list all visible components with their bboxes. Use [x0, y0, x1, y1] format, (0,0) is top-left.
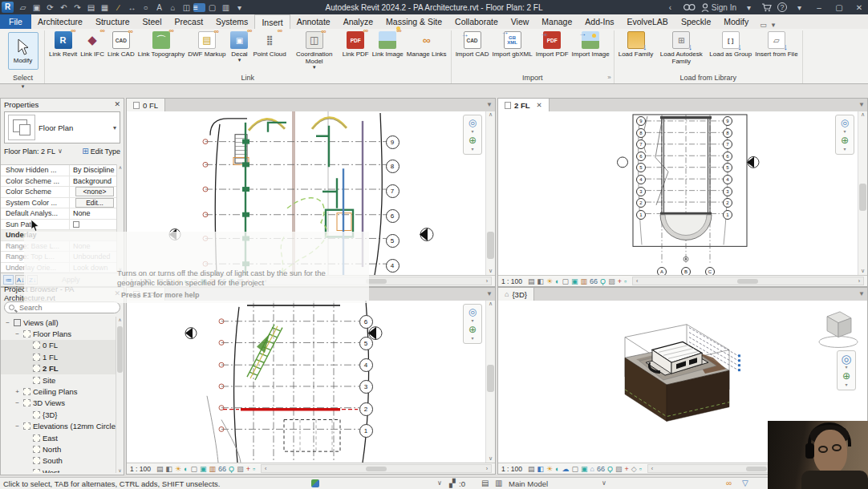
steering-wheel-icon[interactable]: ◎	[468, 307, 477, 317]
tree-item-1-fl[interactable]: 1 FL	[1, 351, 116, 362]
temporary-hide-isolate-icon[interactable]: 66	[597, 464, 605, 474]
search-icon[interactable]	[683, 3, 696, 11]
view-tab-3d[interactable]: ⌂{3D}	[498, 288, 534, 301]
grid-bubble[interactable]: 9	[636, 116, 646, 126]
zoom-icon[interactable]: ⊕	[468, 135, 477, 146]
tree-item-east[interactable]: East	[1, 432, 116, 443]
tab-overflow-icon[interactable]: ▼	[858, 290, 865, 297]
horizontal-scrollbar[interactable]: ‹›	[261, 277, 492, 285]
property-row-sun-path[interactable]: Sun Path	[1, 220, 116, 231]
visual-style-icon[interactable]: ◧	[166, 277, 173, 286]
open-icon[interactable]: ▱	[16, 3, 30, 12]
visual-style-icon[interactable]: ◧	[537, 277, 545, 286]
selection-box-icon[interactable]: ▫	[253, 464, 255, 474]
revit-logo-icon[interactable]: R	[2, 2, 14, 13]
reveal-hidden-elements-icon[interactable]: Ϙ	[229, 464, 234, 474]
editable-only-icon[interactable]: ∞	[726, 479, 732, 487]
grid-bubble[interactable]: 4	[723, 175, 732, 184]
vertical-scrollbar[interactable]: ∧∨	[485, 111, 495, 275]
dropdown-caret-icon[interactable]: ▾	[742, 3, 756, 12]
view-tab-1fl[interactable]: 1 FL	[127, 288, 165, 301]
view-scale[interactable]: 1 : 100	[130, 465, 151, 473]
tree-expander-icon[interactable]: +	[14, 388, 21, 395]
tab-overflow-icon[interactable]: ▼	[858, 101, 865, 108]
close-hidden-windows-icon[interactable]: ▢	[205, 3, 219, 12]
detail-level-icon[interactable]: ▤	[156, 464, 164, 474]
redo-icon[interactable]: ↷	[71, 3, 84, 12]
property-row-show-hidden[interactable]: Show Hidden ...By Discipline	[1, 165, 116, 176]
rendering-icon[interactable]: ☁	[562, 464, 570, 474]
scrollbar-thumb[interactable]	[746, 467, 767, 471]
tree-item-3d-views[interactable]: −3D Views	[1, 398, 116, 409]
shadows-icon[interactable]: ◐	[555, 464, 559, 474]
worksharing-display-icon[interactable]: ▧	[615, 464, 623, 474]
grid-bubble[interactable]: 6	[359, 315, 373, 329]
grid-bubble[interactable]: 4	[359, 358, 373, 372]
property-filter-icon[interactable]: ≔	[3, 275, 14, 285]
tree-expander-icon[interactable]: −	[14, 399, 21, 406]
default-3d-view-icon[interactable]: ⌂	[166, 3, 180, 12]
decal-button[interactable]: ▣Decal▾	[227, 31, 251, 63]
ribbon-tab-manage[interactable]: Manage	[535, 14, 578, 29]
aligned-dimension-icon[interactable]: ↔	[125, 3, 139, 12]
active-design-option[interactable]: Main Model	[509, 479, 548, 488]
sort-descending-icon[interactable]: Z↓	[27, 275, 38, 285]
ribbon-tab-add-ins[interactable]: Add-Ins	[578, 14, 620, 29]
property-value-button[interactable]: Edit...	[75, 198, 114, 208]
type-selector[interactable]: Floor Plan ▾	[4, 111, 120, 143]
temporary-hide-isolate-icon[interactable]: 66	[218, 277, 226, 286]
reveal-hidden-elements-icon[interactable]: Ϙ	[607, 464, 613, 474]
chevron-down-icon[interactable]: ∨	[58, 148, 63, 155]
cart-icon[interactable]	[761, 3, 772, 12]
shadows-icon[interactable]: ◐	[184, 277, 188, 286]
scroll-left-icon[interactable]: ‹	[262, 466, 270, 471]
navigation-bar[interactable]: ◎▾ ⊕▾	[837, 350, 856, 390]
property-row-color-scheme[interactable]: Color Scheme<none>	[1, 187, 116, 198]
reveal-constraints-icon[interactable]: +	[618, 277, 622, 286]
shadows-icon[interactable]: ◐	[555, 277, 559, 286]
grid-bubble[interactable]: 3	[636, 187, 646, 196]
manage-links-button[interactable]: ∞Manage Links	[405, 31, 448, 58]
print-icon[interactable]: ▤	[84, 3, 98, 12]
undo-icon[interactable]: ↶	[57, 3, 71, 12]
worksets-dialog-icon[interactable]: ▤	[481, 479, 489, 487]
tree-item-views-all[interactable]: −Views (all)	[1, 317, 116, 328]
scroll-left-icon[interactable]: ‹	[633, 278, 641, 284]
apply-button[interactable]: Apply	[62, 276, 80, 284]
chevron-down-icon[interactable]: ∨	[602, 479, 606, 487]
tree-item-0-fl[interactable]: 0 FL	[1, 340, 116, 351]
view-scale[interactable]: 1 : 100	[130, 277, 151, 285]
sun-path-icon[interactable]: ☀	[175, 464, 181, 474]
crop-view-icon[interactable]: ▢	[562, 277, 570, 286]
tree-item-south[interactable]: South	[1, 455, 116, 467]
navigation-bar[interactable]: ◎▾ ⊕▾	[463, 304, 482, 344]
steering-wheel-icon[interactable]: ◎	[841, 118, 849, 128]
navigation-bar[interactable]: ◎▾ ⊕▾	[463, 115, 482, 155]
browser-search[interactable]	[4, 301, 120, 313]
crop-region-icon[interactable]: ▣	[571, 277, 578, 286]
link-image-button[interactable]: Link Image	[371, 31, 405, 58]
crop-region-icon[interactable]: ▣	[200, 464, 207, 474]
scrollbar-thumb[interactable]	[366, 279, 387, 284]
panel-display-caret-icon[interactable]: ▾	[772, 21, 776, 29]
grid-bubble[interactable]: C	[705, 267, 715, 275]
edit-type-button[interactable]: ⊞Edit Type	[82, 147, 120, 156]
close-button[interactable]: ✕	[852, 3, 866, 12]
modify-button[interactable]: Modify	[8, 32, 39, 70]
steering-wheel-icon[interactable]: ◎	[841, 354, 851, 364]
grid-bubble[interactable]: 5	[359, 337, 373, 350]
sun-path-icon[interactable]: ☀	[546, 464, 553, 474]
property-row-underlay-orie[interactable]: Underlay Orie...Look down	[1, 263, 116, 273]
scrollbar-thumb[interactable]	[366, 467, 387, 471]
ribbon-tab-steel[interactable]: Steel	[136, 14, 168, 29]
grid-bubble[interactable]: 6	[636, 152, 646, 161]
annotation-crop-icon[interactable]: ▥	[209, 277, 217, 286]
thin-lines-icon[interactable]: ≡	[193, 3, 205, 12]
crop-view-icon[interactable]: ▢	[191, 277, 198, 286]
tree-item-floor-plans[interactable]: −Floor Plans	[1, 328, 116, 339]
reveal-hidden-elements-icon[interactable]: Ϙ	[600, 277, 606, 286]
minimize-button[interactable]: –	[812, 3, 826, 12]
grid-bubble[interactable]: 4	[636, 175, 646, 184]
restore-button[interactable]: ▢	[832, 3, 846, 12]
property-row-underlay[interactable]: Underlay	[1, 230, 116, 241]
